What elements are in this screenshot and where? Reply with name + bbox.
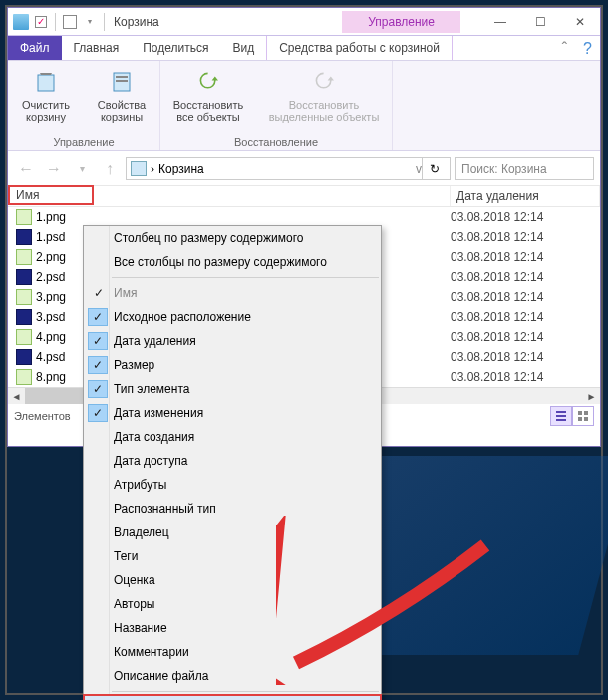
column-header-name[interactable]: Имя [8,185,94,205]
tab-home[interactable]: Главная [62,36,132,60]
separator [104,13,105,31]
file-deleted-date: 03.08.2018 12:14 [451,270,600,284]
ribbon-tabs: Файл Главная Поделиться Вид Средства раб… [8,36,600,61]
ctx-label: Тип элемента [114,382,189,396]
psd-file-icon [16,309,32,325]
window-title: Корзина [114,15,159,29]
tab-view[interactable]: Вид [220,36,266,60]
ctx-column-option[interactable]: Авторы [84,592,381,616]
check-icon: ✓ [90,286,108,300]
ctx-column-option[interactable]: ✓Исходное расположение [84,305,381,329]
back-button[interactable]: ← [14,157,38,180]
scroll-left-icon[interactable]: ◄ [8,388,25,404]
file-deleted-date: 03.08.2018 12:14 [451,310,600,324]
ctx-label: Размер [114,358,154,372]
ctx-label: Владелец [114,525,169,539]
ctx-column-option[interactable]: ✓Размер [84,353,381,377]
separator [55,13,56,31]
restore-all-button[interactable]: Восстановить все объекты [160,61,256,136]
ctx-column-option[interactable]: Комментарии [84,640,381,664]
file-deleted-date: 03.08.2018 12:14 [451,230,600,244]
close-button[interactable]: ✕ [560,11,600,33]
ribbon-collapse-icon[interactable]: ˆ [554,36,575,60]
contextual-tab-header[interactable]: Управление [342,11,460,33]
up-button[interactable]: ↑ [98,157,122,180]
empty-recycle-button[interactable]: Очистить корзину [8,61,84,136]
maximize-button[interactable]: ☐ [520,11,560,33]
ctx-column-option[interactable]: Название [84,616,381,640]
address-location[interactable]: Корзина [158,162,204,175]
ctx-column-option[interactable]: Дата доступа [84,449,381,473]
svg-rect-6 [556,419,566,421]
qat-dropdown-icon[interactable]: ▾ [81,13,99,31]
ctx-size-all-columns[interactable]: Все столбцы по размеру содержимого [84,250,381,274]
file-deleted-date: 03.08.2018 12:14 [451,290,600,304]
view-details-button[interactable] [550,406,572,426]
ctx-column-option[interactable]: ✓Дата удаления [84,329,381,353]
column-headers: Имя Дата удаления [8,185,600,207]
svg-rect-7 [578,411,582,415]
search-input[interactable]: Поиск: Корзина [455,157,594,180]
ribbon-group-manage: Управление [8,136,159,150]
ctx-label: Оценка [114,573,155,587]
ribbon-group-restore: Восстановление [160,136,392,150]
navigation-bar: ← → ▾ ↑ › Корзина v ↻ Поиск: Корзина [8,151,600,185]
png-file-icon [16,289,32,305]
check-icon: ✓ [88,356,108,374]
address-bar[interactable]: › Корзина v ↻ [126,157,451,180]
svg-rect-2 [116,76,128,78]
ctx-column-option[interactable]: Атрибуты [84,473,381,497]
png-file-icon [16,249,32,265]
titlebar: ✓ ▾ Корзина Управление — ☐ ✕ [8,8,600,36]
file-row[interactable]: 1.png03.08.2018 12:14 [8,207,600,227]
png-file-icon [16,329,32,345]
ctx-label: Дата доступа [114,454,187,468]
recent-locations-button[interactable]: ▾ [70,157,94,180]
ctx-column-option[interactable]: Владелец [84,521,381,544]
ctx-more[interactable]: Подробнее... [84,695,381,700]
png-file-icon [16,209,32,225]
refresh-button[interactable]: ↻ [422,157,446,180]
restore-selected-button: Восстановить выделенные объекты [256,61,392,136]
ctx-column-option[interactable]: Распознанный тип [84,497,381,521]
tab-share[interactable]: Поделиться [131,36,220,60]
tab-recycle-tools[interactable]: Средства работы с корзиной [266,36,453,60]
ctx-column-option[interactable]: ✓Тип элемента [84,377,381,401]
minimize-button[interactable]: — [480,11,520,33]
ctx-column-option[interactable]: ✓Дата изменения [84,401,381,425]
scroll-right-icon[interactable]: ► [583,388,600,404]
ctx-column-option[interactable]: Оценка [84,568,381,592]
ctx-label: Комментарии [114,645,189,659]
recycle-properties-button[interactable]: Свойства корзины [84,61,159,136]
ctx-label: Теги [114,549,138,563]
qat-checkbox-icon[interactable]: ✓ [32,13,50,31]
svg-rect-3 [116,80,128,82]
status-elements-label: Элементов [14,410,71,422]
column-context-menu: Столбец по размеру содержимого Все столб… [83,225,382,700]
ctx-label: Исходное расположение [114,310,251,324]
check-icon: ✓ [88,380,108,398]
check-icon: ✓ [88,308,108,326]
ctx-label: Атрибуты [114,478,166,492]
ctx-label: Дата создания [114,430,194,444]
help-icon[interactable]: ? [575,36,600,60]
tab-file[interactable]: Файл [8,36,62,60]
ctx-label: Дата изменения [114,406,203,420]
ctx-label: Дата удаления [114,334,196,348]
column-header-deleted-date[interactable]: Дата удаления [451,186,600,206]
address-separator: › [151,162,154,175]
forward-button[interactable]: → [42,157,66,180]
file-name: 1.png [36,210,92,224]
ctx-column-option[interactable]: Теги [84,544,381,568]
ctx-size-column[interactable]: Столбец по размеру содержимого [84,226,381,250]
psd-file-icon [16,269,32,285]
ctx-column-option[interactable]: Описание файла [84,664,381,688]
ctx-separator [112,691,379,692]
qat-folder-icon[interactable] [61,13,79,31]
file-deleted-date: 03.08.2018 12:14 [451,370,600,384]
file-deleted-date: 03.08.2018 12:14 [451,210,600,224]
check-icon: ✓ [88,404,108,422]
ctx-column-option[interactable]: Дата создания [84,425,381,449]
view-icons-button[interactable] [572,406,594,426]
ctx-label: Распознанный тип [114,502,216,516]
